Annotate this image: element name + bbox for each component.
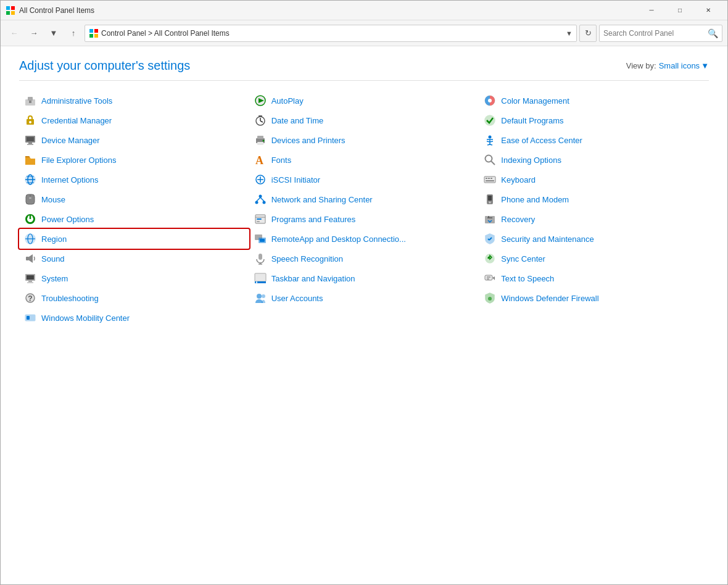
control-item[interactable]: Color Management <box>479 91 709 110</box>
item-label: User Accounts <box>271 294 323 303</box>
item-icon <box>254 292 267 304</box>
item-label: Mouse <box>41 195 65 204</box>
svg-rect-33 <box>27 282 33 283</box>
svg-rect-6 <box>89 34 93 38</box>
item-icon <box>484 193 496 205</box>
item-label: Programs and Features <box>271 215 356 224</box>
item-icon <box>24 272 36 284</box>
item-icon <box>254 252 267 265</box>
control-item[interactable]: Keyboard <box>479 170 709 189</box>
control-item[interactable]: Security and Maintenance <box>479 229 709 249</box>
minimize-button[interactable]: ─ <box>637 1 666 20</box>
item-icon <box>24 173 36 186</box>
item-label: Color Management <box>501 96 569 106</box>
svg-point-67 <box>255 281 257 283</box>
svg-point-73 <box>489 136 492 139</box>
control-item[interactable]: Internet Options <box>19 170 249 189</box>
item-icon <box>254 114 267 127</box>
control-item[interactable]: Credential Manager <box>19 110 249 130</box>
control-item[interactable]: Text to Speech <box>479 268 709 288</box>
control-item[interactable]: AFonts <box>249 150 479 170</box>
item-label: Keyboard <box>501 175 536 185</box>
svg-rect-15 <box>28 143 32 144</box>
svg-rect-65 <box>255 273 266 281</box>
item-label: Troubleshooting <box>41 294 99 303</box>
svg-point-47 <box>262 140 264 142</box>
svg-rect-10 <box>29 101 31 103</box>
svg-rect-61 <box>260 239 265 242</box>
item-icon <box>254 193 267 205</box>
control-item[interactable]: Network and Sharing Center <box>249 189 479 209</box>
item-label: iSCSI Initiator <box>271 175 320 185</box>
svg-line-75 <box>491 161 495 165</box>
control-item[interactable]: Speech Recognition <box>249 249 479 268</box>
control-item[interactable]: ?Troubleshooting <box>19 288 249 308</box>
item-icon <box>254 94 267 107</box>
svg-rect-79 <box>490 178 492 179</box>
item-icon <box>24 134 36 146</box>
control-item[interactable]: Power Options <box>19 209 249 229</box>
item-icon <box>24 114 36 127</box>
control-item[interactable]: Sync Center <box>479 249 709 268</box>
svg-rect-57 <box>257 218 262 220</box>
address-dropdown[interactable]: ▼ <box>566 30 573 37</box>
title-bar: All Control Panel Items ─ □ ✕ <box>1 1 727 20</box>
item-icon <box>24 154 36 166</box>
item-label: RemoteApp and Desktop Connectio... <box>271 234 406 244</box>
back-button[interactable]: ← <box>6 25 23 42</box>
control-item[interactable]: Administrative Tools <box>19 91 249 110</box>
close-button[interactable]: ✕ <box>694 1 722 20</box>
control-item[interactable]: User Accounts <box>249 288 479 308</box>
svg-rect-32 <box>28 281 32 282</box>
control-item[interactable]: Date and Time <box>249 110 479 130</box>
control-item[interactable]: Sound <box>19 249 249 268</box>
control-item[interactable]: iSCSI Initiator <box>249 170 479 189</box>
refresh-button[interactable]: ↻ <box>579 25 597 42</box>
search-input[interactable] <box>603 29 708 38</box>
control-item[interactable]: Windows Mobility Center <box>19 308 249 328</box>
search-icon: 🔍 <box>708 28 718 38</box>
view-by-control: View by: Small icons ▼ <box>626 61 709 70</box>
control-item[interactable]: Recovery <box>479 209 709 229</box>
control-item[interactable]: Ease of Access Center <box>479 130 709 150</box>
item-icon <box>254 272 267 284</box>
svg-point-52 <box>262 201 265 204</box>
control-item[interactable]: AutoPlay <box>249 91 479 110</box>
control-item[interactable]: Windows Defender Firewall <box>479 288 709 308</box>
address-text: Control Panel > All Control Panel Items <box>101 29 563 38</box>
control-item[interactable]: Devices and Printers <box>249 130 479 150</box>
item-icon: A <box>254 154 267 166</box>
item-icon <box>24 312 36 324</box>
dropdown-button[interactable]: ▼ <box>45 25 62 42</box>
control-item[interactable]: RemoteApp and Desktop Connectio... <box>249 229 479 249</box>
item-label: Taskbar and Navigation <box>271 274 355 283</box>
item-label: Ease of Access Center <box>501 136 582 145</box>
control-item[interactable]: Indexing Options <box>479 150 709 170</box>
control-item[interactable]: Default Programs <box>479 110 709 130</box>
item-icon <box>254 134 267 146</box>
svg-rect-77 <box>486 178 487 179</box>
item-label: Indexing Options <box>501 156 561 165</box>
item-icon <box>484 233 496 245</box>
control-item[interactable]: Mouse <box>19 189 249 209</box>
window-controls: ─ □ ✕ <box>637 1 722 20</box>
svg-rect-78 <box>488 178 490 179</box>
control-item[interactable]: Taskbar and Navigation <box>249 268 479 288</box>
svg-rect-14 <box>27 137 34 141</box>
control-item[interactable]: File Explorer Options <box>19 150 249 170</box>
item-label: Text to Speech <box>501 274 554 283</box>
maximize-button[interactable]: □ <box>666 1 694 20</box>
control-item[interactable]: System <box>19 268 249 288</box>
control-item[interactable]: Device Manager <box>19 130 249 150</box>
view-by-value[interactable]: Small icons ▼ <box>659 61 709 70</box>
forward-button[interactable]: → <box>25 25 43 42</box>
control-item[interactable]: Programs and Features <box>249 209 479 229</box>
svg-rect-1 <box>11 6 15 10</box>
window-title: All Control Panel Items <box>19 6 637 15</box>
item-icon <box>484 154 496 166</box>
item-label: Recovery <box>501 215 535 224</box>
up-button[interactable]: ↑ <box>65 25 82 42</box>
control-item[interactable]: Region <box>19 229 249 249</box>
column-0: Administrative ToolsCredential ManagerDe… <box>19 91 249 328</box>
control-item[interactable]: Phone and Modem <box>479 189 709 209</box>
